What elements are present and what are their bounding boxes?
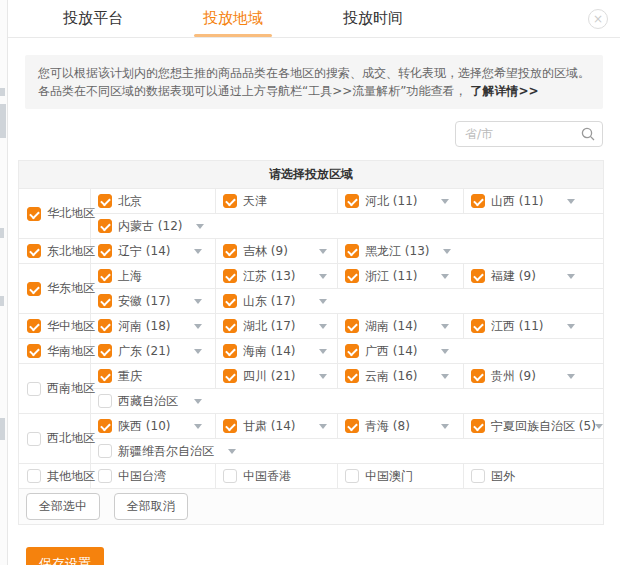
province-cell: 新疆维吾尔自治区 [91,439,604,464]
tab-region[interactable]: 投放地域 [203,0,263,37]
expand-arrow-icon[interactable] [595,424,603,429]
expand-arrow-icon[interactable] [567,324,575,329]
search-row [25,121,603,147]
expand-arrow-icon[interactable] [194,424,202,429]
region-checkbox[interactable] [27,244,41,258]
province-checkbox[interactable] [98,469,112,483]
backdrop-fragment [0,104,6,138]
province-checkbox[interactable] [98,319,112,333]
expand-arrow-icon[interactable] [319,324,327,329]
province-checkbox[interactable] [223,469,237,483]
expand-arrow-icon[interactable] [319,274,327,279]
province-checkbox[interactable] [345,469,359,483]
region-checkbox[interactable] [27,319,41,333]
province-checkbox[interactable] [223,344,237,358]
province-checkbox[interactable] [98,369,112,383]
province-checkbox[interactable] [345,269,359,283]
expand-arrow-icon[interactable] [567,274,575,279]
region-cell-content: 华东地区 [27,280,90,297]
province-checkbox[interactable] [471,319,485,333]
province-checkbox[interactable] [98,219,112,233]
expand-arrow-icon[interactable] [194,249,202,254]
save-settings-button[interactable]: 保存设置 [26,547,104,565]
province-checkbox[interactable] [223,269,237,283]
expand-arrow-icon[interactable] [443,249,451,254]
province-checkbox[interactable] [223,244,237,258]
province-checkbox[interactable] [345,244,359,258]
province-checkbox[interactable] [471,469,485,483]
province-cell-content: 北京 [98,193,215,210]
province-label: 重庆 [118,368,180,385]
province-checkbox[interactable] [223,294,237,308]
region-checkbox[interactable] [27,344,41,358]
province-cell-content: 吉林 (9) [223,243,337,260]
province-label: 国外 [491,468,553,485]
province-checkbox[interactable] [345,194,359,208]
close-icon[interactable]: × [588,9,608,29]
tab-schedule[interactable]: 投放时间 [343,0,403,37]
expand-arrow-icon[interactable] [441,349,449,354]
province-checkbox[interactable] [223,194,237,208]
province-checkbox[interactable] [98,419,112,433]
province-checkbox[interactable] [345,369,359,383]
expand-arrow-icon[interactable] [319,424,327,429]
province-cell-content: 天津 [223,193,337,210]
expand-arrow-icon[interactable] [441,199,449,204]
expand-arrow-icon[interactable] [441,274,449,279]
expand-arrow-icon[interactable] [567,199,575,204]
expand-arrow-icon[interactable] [319,249,327,254]
province-checkbox[interactable] [471,194,485,208]
province-checkbox[interactable] [223,319,237,333]
province-checkbox[interactable] [98,444,112,458]
province-cell: 广东 (21) [91,339,216,364]
expand-arrow-icon[interactable] [194,324,202,329]
expand-arrow-icon[interactable] [441,374,449,379]
province-label: 江苏 (13) [243,268,305,285]
expand-arrow-icon[interactable] [194,349,202,354]
province-checkbox[interactable] [98,294,112,308]
expand-arrow-icon[interactable] [196,224,204,229]
expand-arrow-icon[interactable] [319,299,327,304]
province-cell-content: 山西 (11) [471,193,603,210]
select-all-button[interactable]: 全部选中 [26,493,100,520]
province-checkbox[interactable] [471,369,485,383]
backdrop-fragment [0,296,4,306]
region-checkbox[interactable] [27,432,41,446]
region-label: 华南地区 [47,343,95,360]
province-checkbox[interactable] [471,419,485,433]
province-label: 天津 [243,193,305,210]
expand-arrow-icon[interactable] [194,399,202,404]
province-checkbox[interactable] [98,394,112,408]
tab-platform[interactable]: 投放平台 [63,0,123,37]
expand-arrow-icon[interactable] [194,299,202,304]
province-checkbox[interactable] [98,194,112,208]
province-label: 安徽 (17) [118,293,180,310]
province-checkbox[interactable] [345,419,359,433]
expand-arrow-icon[interactable] [319,374,327,379]
backdrop-fragment [0,88,5,96]
region-cell: 西北地区 [19,414,91,464]
province-checkbox[interactable] [98,344,112,358]
expand-arrow-icon[interactable] [441,324,449,329]
province-cell: 内蒙古 (12) [91,214,604,239]
province-checkbox[interactable] [98,269,112,283]
region-checkbox[interactable] [27,469,41,483]
expand-arrow-icon[interactable] [228,449,236,454]
expand-arrow-icon[interactable] [319,349,327,354]
deselect-all-button[interactable]: 全部取消 [114,493,188,520]
province-checkbox[interactable] [98,244,112,258]
province-checkbox[interactable] [223,419,237,433]
region-checkbox[interactable] [27,382,41,396]
region-checkbox[interactable] [27,282,41,296]
expand-arrow-icon[interactable] [567,374,575,379]
province-checkbox[interactable] [223,369,237,383]
province-checkbox[interactable] [345,344,359,358]
search-icon[interactable] [580,126,596,142]
learn-more-link[interactable]: 了解详情>> [470,84,538,98]
region-checkbox[interactable] [27,207,41,221]
expand-arrow-icon[interactable] [441,424,449,429]
region-cell: 西南地区 [19,364,91,414]
province-checkbox[interactable] [471,269,485,283]
province-checkbox[interactable] [345,319,359,333]
province-label: 山东 (17) [243,293,305,310]
